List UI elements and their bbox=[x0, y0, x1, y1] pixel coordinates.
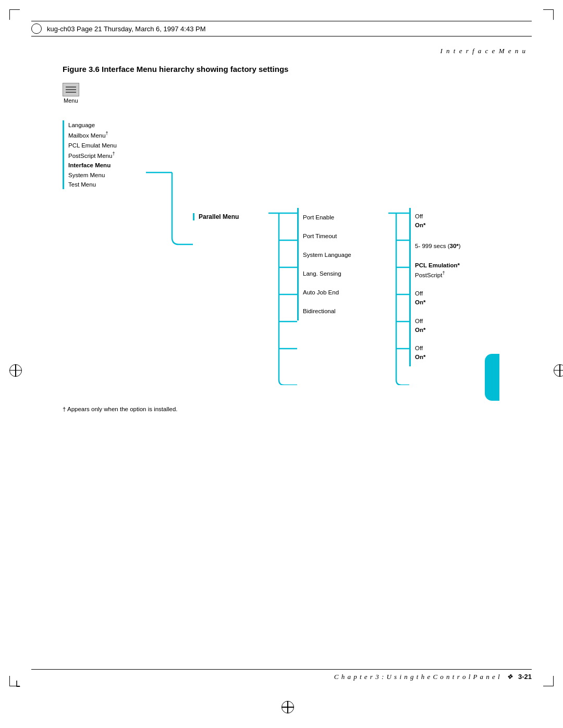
column-menu-list: Language Mailbox Menu† PCL Emulat Menu P… bbox=[63, 115, 146, 189]
connector-1-2 bbox=[146, 141, 193, 245]
menu-icon-line1 bbox=[66, 87, 76, 88]
value-port-timeout-range: 5- 999 secs (30*) bbox=[415, 242, 495, 251]
parallel-menu-title: Parallel Menu bbox=[199, 213, 268, 220]
footnote: † Appears only when the option is instal… bbox=[63, 406, 532, 412]
header-circle bbox=[31, 23, 42, 34]
menu-item-interface: Interface Menu bbox=[68, 161, 146, 170]
value-system-language: PCL Emulation* PostScript† bbox=[415, 258, 495, 284]
menu-icon-line3 bbox=[66, 92, 76, 93]
options-list: Port Enable Port Timeout System Language… bbox=[297, 208, 388, 320]
hierarchy-container: Language Mailbox Menu† PCL Emulat Menu P… bbox=[63, 115, 532, 385]
value-port-enable-off: Off bbox=[415, 212, 495, 221]
menu-icon bbox=[63, 83, 79, 96]
value-lang-sensing-on: On* bbox=[415, 298, 495, 307]
value-auto-job-end-off: Off bbox=[415, 317, 495, 326]
value-bidirectional-on: On* bbox=[415, 353, 495, 362]
value-postscript: PostScript† bbox=[415, 270, 495, 280]
menu-item-mailbox: Mailbox Menu† bbox=[68, 130, 146, 140]
teal-tab-decoration bbox=[485, 354, 499, 401]
value-bidirectional-off: Off bbox=[415, 344, 495, 353]
header-title: kug-ch03 Page 21 Thursday, March 6, 1997… bbox=[47, 25, 205, 33]
option-system-language: System Language bbox=[303, 245, 388, 264]
menu-item-pcl-emulat: PCL Emulat Menu bbox=[68, 141, 146, 150]
parallel-menu-box: Parallel Menu bbox=[193, 213, 268, 220]
menu-item-language: Language bbox=[68, 120, 146, 130]
value-bidirectional: Off On* bbox=[415, 339, 495, 366]
menu-item-test: Test Menu bbox=[68, 180, 146, 189]
values-list: Off On* 5- 999 secs (30*) PCL Emulation*… bbox=[409, 208, 495, 366]
corner-mark-br bbox=[543, 676, 554, 686]
section-label: I n t e r f a c e M e n u bbox=[31, 47, 532, 55]
figure-title: Figure 3.6 Interface Menu hierarchy show… bbox=[63, 65, 532, 73]
menu-list: Language Mailbox Menu† PCL Emulat Menu P… bbox=[63, 120, 146, 189]
menu-icon-label: Menu bbox=[64, 97, 79, 104]
footer: C h a p t e r 3 : U s i n g t h e C o n … bbox=[31, 669, 532, 681]
connector-svg-2 bbox=[268, 208, 297, 385]
connector-3-4 bbox=[388, 208, 409, 385]
menu-icon-line2 bbox=[66, 89, 76, 90]
menu-item-system: System Menu bbox=[68, 170, 146, 180]
connector-svg-1 bbox=[146, 141, 193, 245]
footer-separator: ❖ bbox=[507, 673, 513, 681]
value-auto-job-end: Off On* bbox=[415, 312, 495, 339]
value-lang-sensing-off: Off bbox=[415, 289, 495, 298]
value-lang-sensing: Off On* bbox=[415, 284, 495, 312]
value-pcl-emulation: PCL Emulation* bbox=[415, 261, 495, 270]
bottom-l-mark: L bbox=[16, 680, 20, 689]
menu-item-postscript: PostScript Menu† bbox=[68, 150, 146, 161]
header-bar: kug-ch03 Page 21 Thursday, March 6, 1997… bbox=[31, 21, 532, 36]
connector-svg-3 bbox=[388, 208, 409, 385]
value-port-enable-on: On* bbox=[415, 221, 495, 230]
column-values: Off On* 5- 999 secs (30*) PCL Emulation*… bbox=[409, 208, 495, 366]
footer-page: 3-21 bbox=[518, 673, 532, 681]
diagram-area: Menu Language Mailbox Menu† PCL Emulat M… bbox=[63, 83, 532, 385]
footer-chapter: C h a p t e r 3 : U s i n g t h e C o n … bbox=[334, 673, 500, 681]
connector-2-3 bbox=[268, 208, 297, 385]
option-lang-sensing: Lang. Sensing bbox=[303, 264, 388, 283]
menu-icon-container: Menu bbox=[63, 83, 79, 104]
option-port-enable: Port Enable bbox=[303, 208, 388, 227]
option-bidirectional: Bidirectional bbox=[303, 302, 388, 320]
option-port-timeout: Port Timeout bbox=[303, 227, 388, 245]
value-port-enable: Off On* bbox=[415, 208, 495, 235]
value-port-timeout: 5- 999 secs (30*) bbox=[415, 235, 495, 258]
option-auto-job-end: Auto Job End bbox=[303, 283, 388, 302]
column-options: Port Enable Port Timeout System Language… bbox=[297, 208, 388, 320]
column-parallel-menu: Parallel Menu bbox=[193, 208, 268, 220]
value-auto-job-end-on: On* bbox=[415, 326, 495, 335]
footer-text: C h a p t e r 3 : U s i n g t h e C o n … bbox=[334, 673, 532, 681]
